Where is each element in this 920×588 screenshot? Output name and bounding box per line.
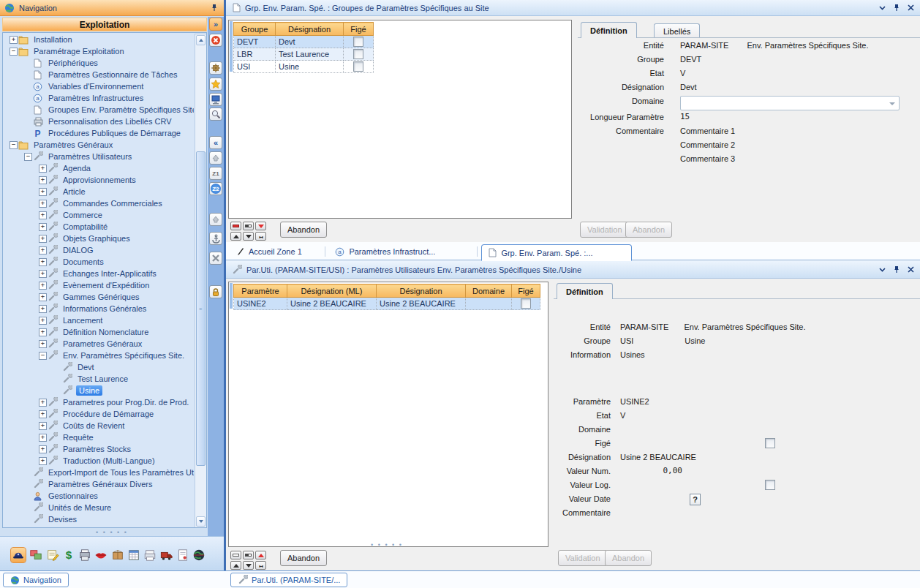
tree-item[interactable]: Export-Import de Tous les Paramètres Uti…: [3, 467, 194, 478]
expander-minus-icon[interactable]: −: [23, 153, 33, 161]
expander-plus-icon[interactable]: +: [38, 328, 48, 336]
fige-checkbox[interactable]: [353, 37, 363, 47]
tree-item[interactable]: Paramètres Gestionnaire de Tâches: [3, 69, 194, 80]
tree-item[interactable]: +Traduction (Multi-Langue): [3, 455, 194, 467]
app-receipt-icon[interactable]: [176, 548, 190, 562]
anchor-button[interactable]: [209, 232, 222, 245]
grid-column-header[interactable]: Désignation (ML): [287, 284, 377, 298]
compass-button[interactable]: [209, 61, 222, 75]
validation-button[interactable]: Validation: [580, 222, 630, 238]
tree-item[interactable]: Test Laurence: [3, 373, 194, 385]
bottom-tab-paruti[interactable]: Par.Uti. (PARAM-SITE/...: [230, 573, 347, 587]
recnav-tri-red-down-button[interactable]: [255, 222, 266, 230]
fige-checkbox[interactable]: [353, 49, 363, 59]
expander-plus-icon[interactable]: +: [38, 258, 48, 266]
app-globe-dark-icon[interactable]: [192, 548, 206, 562]
grid-column-header[interactable]: Domaine: [466, 284, 512, 298]
arrow-up-disabled-button[interactable]: [209, 151, 222, 165]
grid-column-header[interactable]: Désignation: [276, 23, 344, 36]
tree-item[interactable]: Périphériques: [3, 57, 194, 69]
tree-item[interactable]: +Coûts de Revient: [3, 420, 194, 431]
expander-minus-icon[interactable]: −: [9, 141, 18, 149]
app-print-icon[interactable]: [78, 548, 92, 562]
recnav-m-button[interactable]: ▸◂: [255, 561, 266, 570]
tree-item-selected[interactable]: Usine: [3, 385, 194, 396]
table-row[interactable]: LBRTest Laurence: [234, 48, 374, 61]
date-helper-button[interactable]: ?: [690, 494, 701, 505]
grid-column-header[interactable]: Désignation: [377, 284, 466, 298]
tree-item[interactable]: +Parametres Généraux: [3, 338, 194, 350]
expander-plus-icon[interactable]: +: [38, 410, 48, 418]
doc-tab-2[interactable]: aParamètres Infrastruct...: [329, 244, 475, 260]
app-security-icon[interactable]: [11, 548, 26, 562]
tree-item[interactable]: +Agenda: [3, 162, 194, 174]
tree-item[interactable]: −Paramètres Généraux: [3, 139, 194, 151]
expander-minus-icon[interactable]: −: [9, 48, 18, 56]
tree-item[interactable]: +Procédure de Démarrage: [3, 408, 194, 420]
expander-plus-icon[interactable]: +: [9, 36, 18, 44]
tree-item[interactable]: +Comptabilité: [3, 221, 194, 233]
collapse-left-button[interactable]: «: [209, 136, 222, 149]
expander-plus-icon[interactable]: +: [38, 270, 48, 278]
recnav-bar-empty-button[interactable]: [230, 551, 241, 559]
tree-item[interactable]: Devises: [3, 513, 194, 525]
doc-tab-1[interactable]: Accueil Zone 1: [230, 244, 323, 260]
expander-plus-icon[interactable]: +: [38, 445, 48, 453]
recnav-tri-red-up-button[interactable]: [255, 551, 266, 559]
app-lips-icon[interactable]: [94, 548, 108, 562]
field-checkbox[interactable]: [765, 480, 775, 490]
tree-item[interactable]: +Evènement d'Expédition: [3, 279, 194, 291]
close-icon[interactable]: [908, 266, 914, 273]
tree-item[interactable]: +DIALOG: [3, 244, 194, 256]
tree-item[interactable]: +Documents: [3, 256, 194, 268]
expander-minus-icon[interactable]: −: [38, 352, 48, 360]
expander-plus-icon[interactable]: +: [38, 434, 48, 442]
close-red-button[interactable]: [209, 34, 222, 47]
tree-vertical-scrollbar[interactable]: ≡: [195, 34, 207, 528]
scroll-thumb[interactable]: ≡: [196, 151, 206, 466]
app-printer-icon[interactable]: [143, 548, 157, 562]
tree-item[interactable]: +Commandes Commerciales: [3, 197, 194, 209]
star-favorites-button[interactable]: [209, 78, 222, 91]
recnav-bar-half-button[interactable]: [243, 222, 254, 230]
workstation-button[interactable]: [209, 93, 222, 106]
tree-item[interactable]: −Env. Paramètres Spécifiques Site.: [3, 350, 194, 361]
expander-plus-icon[interactable]: +: [38, 235, 48, 243]
arrow-up-button[interactable]: [209, 213, 222, 226]
search-button[interactable]: [209, 108, 222, 121]
app-media-icon[interactable]: [29, 548, 43, 562]
recnav-tri-up-button[interactable]: [230, 232, 241, 241]
validation-button[interactable]: Validation: [558, 550, 608, 566]
scroll-up-button[interactable]: [196, 35, 206, 45]
recnav-bar-half-button[interactable]: [243, 551, 254, 559]
app-truck-icon[interactable]: [159, 548, 174, 562]
expander-plus-icon[interactable]: +: [38, 340, 48, 348]
tree-item[interactable]: +Gammes Génériques: [3, 291, 194, 303]
fige-checkbox[interactable]: [521, 298, 531, 309]
grid-column-header[interactable]: Groupe: [234, 23, 276, 36]
tree-item[interactable]: Devt: [3, 361, 194, 373]
table-row[interactable]: DEVTDevt: [234, 36, 374, 48]
groups-grid[interactable]: GroupeDésignationFigéDEVTDevtLBRTest Lau…: [233, 22, 374, 73]
tree-item[interactable]: +Installation: [3, 34, 194, 45]
expander-plus-icon[interactable]: +: [38, 305, 48, 313]
expander-plus-icon[interactable]: +: [38, 200, 48, 208]
splitter-grip[interactable]: • • • • •: [0, 529, 224, 536]
expander-plus-icon[interactable]: +: [38, 165, 48, 173]
app-finance-icon[interactable]: $: [61, 548, 76, 562]
fige-checkbox[interactable]: [353, 61, 363, 72]
expander-plus-icon[interactable]: +: [38, 188, 48, 196]
tree-item[interactable]: +Définition Nomenclature: [3, 326, 194, 338]
tree-item[interactable]: −Paramètres Utilisateurs: [3, 151, 194, 162]
chevron-down-icon[interactable]: [879, 268, 886, 272]
tree-item[interactable]: +Paramètres Stocks: [3, 443, 194, 455]
recnav-tri-up-button[interactable]: [230, 561, 241, 570]
tree-item[interactable]: +Echanges Inter-Applicatifs: [3, 268, 194, 279]
zone-2-button[interactable]: Z2: [209, 182, 222, 195]
zone-1-button[interactable]: Z1: [209, 167, 222, 180]
exploitation-band[interactable]: Exploitation: [2, 18, 207, 31]
tree-item[interactable]: +Objets Graphiques: [3, 233, 194, 244]
app-calendar-icon[interactable]: [127, 548, 141, 562]
tree-item[interactable]: +Lancement: [3, 314, 194, 326]
splitter-grip[interactable]: • • • • •: [358, 541, 416, 549]
